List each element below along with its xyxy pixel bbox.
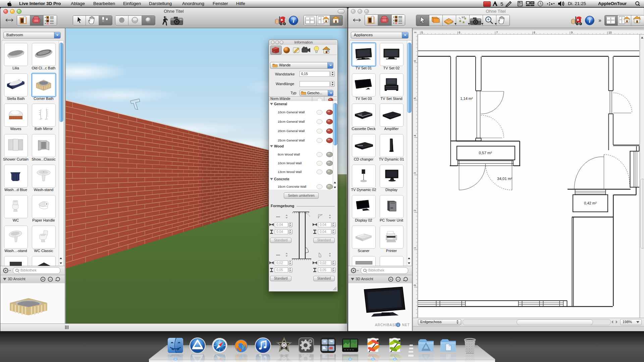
svg-text:5: 5 xyxy=(500,1,503,6)
svg-text:+: + xyxy=(390,277,392,281)
svg-text:0,42 m²: 0,42 m² xyxy=(584,201,597,205)
svg-text:6: 6 xyxy=(459,31,461,34)
svg-text:1: 1 xyxy=(413,247,417,249)
svg-text:34,01 m²: 34,01 m² xyxy=(497,177,513,181)
svg-text:i: i xyxy=(589,18,591,24)
svg-text:5: 5 xyxy=(413,98,417,99)
svg-text:6: 6 xyxy=(413,60,417,62)
svg-text:7: 7 xyxy=(496,31,498,34)
svg-text:i: i xyxy=(293,18,294,24)
svg-text:0: 0 xyxy=(413,285,417,286)
svg-text:4: 4 xyxy=(413,135,417,136)
svg-text:+: + xyxy=(42,277,44,281)
svg-text:8: 8 xyxy=(534,31,535,34)
svg-text:10: 10 xyxy=(462,16,465,18)
svg-text:0,57 m²: 0,57 m² xyxy=(479,151,492,155)
svg-text:3: 3 xyxy=(413,172,417,174)
svg-text:9: 9 xyxy=(571,31,573,34)
svg-text:−: − xyxy=(49,277,51,281)
svg-text:1,14 m²: 1,14 m² xyxy=(460,97,473,101)
svg-text:−: − xyxy=(397,277,399,281)
svg-text:5: 5 xyxy=(421,31,423,34)
svg-text:2: 2 xyxy=(413,209,417,211)
